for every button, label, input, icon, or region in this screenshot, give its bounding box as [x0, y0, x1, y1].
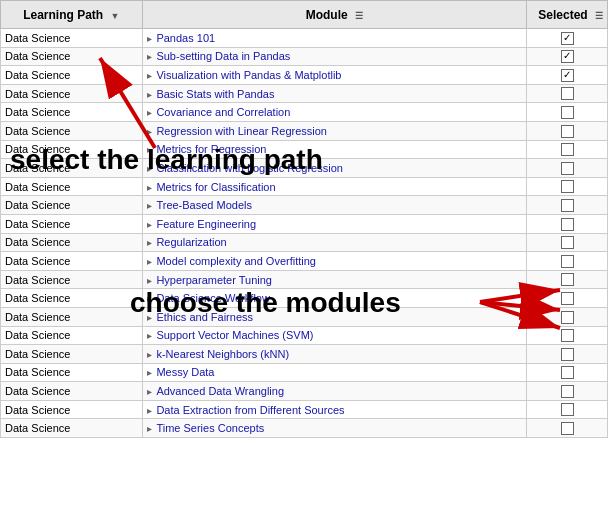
- learning-path-cell: Data Science: [1, 196, 143, 215]
- checkbox[interactable]: [561, 311, 574, 324]
- checkbox-cell[interactable]: [527, 289, 608, 308]
- module-cell: ▸ k-Nearest Neighbors (kNN): [142, 345, 526, 364]
- checkbox[interactable]: [561, 32, 574, 45]
- module-cell: ▸ Regularization: [142, 233, 526, 252]
- learning-path-cell: Data Science: [1, 140, 143, 159]
- learning-path-cell: Data Science: [1, 29, 143, 48]
- learning-path-cell: Data Science: [1, 382, 143, 401]
- learning-path-cell: Data Science: [1, 66, 143, 85]
- module-cell: ▸ Advanced Data Wrangling: [142, 382, 526, 401]
- checkbox[interactable]: [561, 50, 574, 63]
- module-cell: ▸ Basic Stats with Pandas: [142, 84, 526, 103]
- learning-path-cell: Data Science: [1, 121, 143, 140]
- checkbox-cell[interactable]: [527, 270, 608, 289]
- module-cell: ▸ Support Vector Machines (SVM): [142, 326, 526, 345]
- header-row: Learning Path ▼ Module ☰ Selected ☰: [1, 1, 608, 29]
- module-cell: ▸ Covariance and Correlation: [142, 103, 526, 122]
- checkbox[interactable]: [561, 366, 574, 379]
- module-cell: ▸ Hyperparameter Tuning: [142, 270, 526, 289]
- learning-path-cell: Data Science: [1, 270, 143, 289]
- checkbox-cell[interactable]: [527, 196, 608, 215]
- checkbox-cell[interactable]: [527, 140, 608, 159]
- checkbox[interactable]: [561, 162, 574, 175]
- table-row: Data Science▸ Time Series Concepts: [1, 419, 608, 438]
- module-cell: ▸ Data Science Workflow: [142, 289, 526, 308]
- checkbox-cell[interactable]: [527, 326, 608, 345]
- module-cell: ▸ Visualization with Pandas & Matplotlib: [142, 66, 526, 85]
- checkbox[interactable]: [561, 422, 574, 435]
- table-row: Data Science▸ Advanced Data Wrangling: [1, 382, 608, 401]
- checkbox-cell[interactable]: [527, 29, 608, 48]
- checkbox[interactable]: [561, 292, 574, 305]
- learning-path-cell: Data Science: [1, 345, 143, 364]
- checkbox-cell[interactable]: [527, 307, 608, 326]
- checkbox-cell[interactable]: [527, 121, 608, 140]
- checkbox[interactable]: [561, 87, 574, 100]
- checkbox[interactable]: [561, 385, 574, 398]
- col-c-filter-icon[interactable]: ☰: [595, 11, 603, 21]
- checkbox[interactable]: [561, 69, 574, 82]
- table-row: Data Science▸ Visualization with Pandas …: [1, 66, 608, 85]
- col-a-filter-icon[interactable]: ▼: [111, 11, 120, 21]
- spreadsheet-table: Learning Path ▼ Module ☰ Selected ☰ Data…: [0, 0, 608, 438]
- col-c-header[interactable]: Selected ☰: [527, 1, 608, 29]
- checkbox[interactable]: [561, 403, 574, 416]
- checkbox-cell[interactable]: [527, 419, 608, 438]
- col-b-filter-icon[interactable]: ☰: [355, 11, 363, 21]
- learning-path-cell: Data Science: [1, 363, 143, 382]
- checkbox[interactable]: [561, 273, 574, 286]
- checkbox[interactable]: [561, 106, 574, 119]
- table-row: Data Science▸ Metrics for Classification: [1, 177, 608, 196]
- col-b-header[interactable]: Module ☰: [142, 1, 526, 29]
- checkbox-cell[interactable]: [527, 214, 608, 233]
- learning-path-cell: Data Science: [1, 289, 143, 308]
- checkbox-cell[interactable]: [527, 47, 608, 66]
- checkbox[interactable]: [561, 143, 574, 156]
- checkbox-cell[interactable]: [527, 382, 608, 401]
- module-cell: ▸ Time Series Concepts: [142, 419, 526, 438]
- checkbox-cell[interactable]: [527, 233, 608, 252]
- module-cell: ▸ Pandas 101: [142, 29, 526, 48]
- learning-path-cell: Data Science: [1, 84, 143, 103]
- checkbox[interactable]: [561, 236, 574, 249]
- checkbox[interactable]: [561, 125, 574, 138]
- table-row: Data Science▸ Regularization: [1, 233, 608, 252]
- learning-path-cell: Data Science: [1, 214, 143, 233]
- checkbox-cell[interactable]: [527, 400, 608, 419]
- table-row: Data Science▸ Metrics for Regression: [1, 140, 608, 159]
- checkbox[interactable]: [561, 218, 574, 231]
- module-cell: ▸ Regression with Linear Regression: [142, 121, 526, 140]
- checkbox-cell[interactable]: [527, 84, 608, 103]
- col-a-header[interactable]: Learning Path ▼: [1, 1, 143, 29]
- table-row: Data Science▸ Covariance and Correlation: [1, 103, 608, 122]
- table-row: Data Science▸ Classification with Logist…: [1, 159, 608, 178]
- learning-path-cell: Data Science: [1, 419, 143, 438]
- checkbox[interactable]: [561, 199, 574, 212]
- checkbox-cell[interactable]: [527, 363, 608, 382]
- checkbox-cell[interactable]: [527, 345, 608, 364]
- module-cell: ▸ Metrics for Classification: [142, 177, 526, 196]
- learning-path-cell: Data Science: [1, 233, 143, 252]
- checkbox[interactable]: [561, 180, 574, 193]
- table-row: Data Science▸ Ethics and Fairness: [1, 307, 608, 326]
- table-row: Data Science▸ Feature Engineering: [1, 214, 608, 233]
- module-cell: ▸ Feature Engineering: [142, 214, 526, 233]
- checkbox-cell[interactable]: [527, 177, 608, 196]
- checkbox[interactable]: [561, 255, 574, 268]
- checkbox-cell[interactable]: [527, 252, 608, 271]
- table-row: Data Science▸ Pandas 101: [1, 29, 608, 48]
- checkbox-cell[interactable]: [527, 66, 608, 85]
- table-row: Data Science▸ Basic Stats with Pandas: [1, 84, 608, 103]
- table-row: Data Science▸ Sub-setting Data in Pandas: [1, 47, 608, 66]
- checkbox[interactable]: [561, 329, 574, 342]
- module-cell: ▸ Messy Data: [142, 363, 526, 382]
- learning-path-cell: Data Science: [1, 307, 143, 326]
- table-row: Data Science▸ Data Extraction from Diffe…: [1, 400, 608, 419]
- learning-path-cell: Data Science: [1, 103, 143, 122]
- checkbox-cell[interactable]: [527, 103, 608, 122]
- module-cell: ▸ Metrics for Regression: [142, 140, 526, 159]
- checkbox[interactable]: [561, 348, 574, 361]
- checkbox-cell[interactable]: [527, 159, 608, 178]
- module-cell: ▸ Classification with Logistic Regressio…: [142, 159, 526, 178]
- table-row: Data Science▸ Model complexity and Overf…: [1, 252, 608, 271]
